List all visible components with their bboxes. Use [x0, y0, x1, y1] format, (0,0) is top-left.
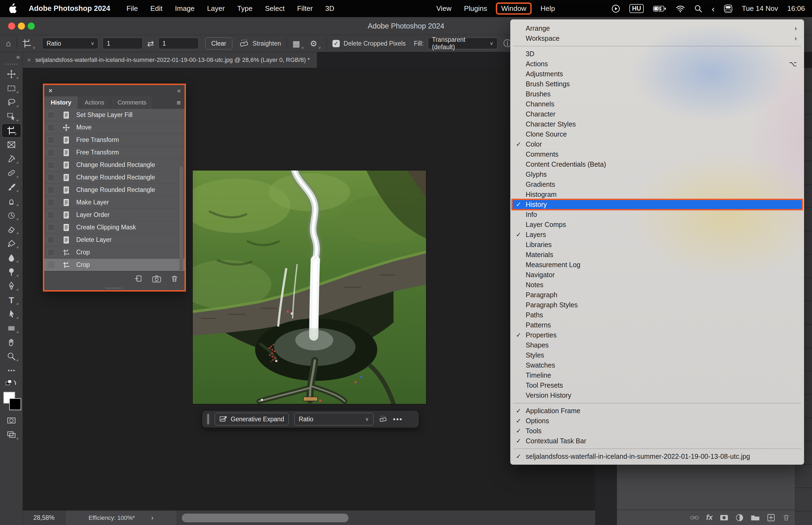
- menu-item-actions[interactable]: Actions⌥: [510, 59, 804, 69]
- history-step[interactable]: Set Shape Layer Fill: [44, 109, 185, 121]
- taskbar-more-options-icon[interactable]: •••: [393, 415, 403, 423]
- background-color-swatch[interactable]: [9, 398, 21, 410]
- efficiency-indicator[interactable]: Efficiency: 100%* ›: [65, 511, 177, 525]
- taskbar-drag-handle[interactable]: [207, 414, 209, 424]
- apple-logo-icon[interactable]: [7, 3, 17, 14]
- add-layer-mask-icon[interactable]: [720, 514, 729, 522]
- battery-icon[interactable]: [653, 5, 667, 12]
- history-source-well[interactable]: [47, 224, 55, 231]
- delete-cropped-pixels-label[interactable]: Delete Cropped Pixels: [343, 40, 406, 47]
- quick-mask-mode-icon[interactable]: [0, 414, 23, 427]
- zoom-tool[interactable]: [0, 349, 23, 363]
- menu-plugins[interactable]: Plugins: [464, 4, 487, 13]
- menu-file[interactable]: File: [126, 4, 138, 13]
- rectangle-tool[interactable]: [0, 321, 23, 335]
- menu-item-options[interactable]: ✓Options: [510, 416, 804, 426]
- brush-tool[interactable]: [0, 180, 23, 194]
- menu-item-channels[interactable]: Channels: [510, 99, 804, 109]
- menu-item-properties[interactable]: ✓Properties: [510, 330, 804, 340]
- menu-item-materials[interactable]: Materials: [510, 250, 804, 260]
- tab-comments[interactable]: Comments: [111, 96, 153, 109]
- menu-item-layers[interactable]: ✓Layers: [510, 230, 804, 240]
- close-tab-icon[interactable]: ×: [27, 56, 31, 64]
- move-tool[interactable]: [0, 67, 23, 81]
- foreground-background-colors[interactable]: [0, 390, 23, 414]
- menu-item-notes[interactable]: Notes: [510, 280, 804, 290]
- straighten-icon[interactable]: [239, 39, 249, 48]
- menu-item-histogram[interactable]: Histogram: [510, 190, 804, 199]
- taskbar-straighten-icon[interactable]: [379, 415, 387, 423]
- history-source-well[interactable]: [47, 186, 55, 194]
- type-tool[interactable]: T: [0, 293, 23, 307]
- menu-item-info[interactable]: Info: [510, 210, 804, 220]
- menu-item-tool-presets[interactable]: Tool Presets: [510, 380, 804, 390]
- close-panel-icon[interactable]: ×: [49, 87, 52, 94]
- menu-item-content-credentials[interactable]: Content Credentials (Beta): [510, 159, 804, 169]
- generative-expand-button[interactable]: Generative Expand: [215, 413, 289, 425]
- straighten-label[interactable]: Straighten: [252, 40, 281, 47]
- home-icon[interactable]: ⌂: [6, 39, 11, 48]
- menu-item-swatches[interactable]: Swatches: [510, 360, 804, 370]
- menu-item-libraries[interactable]: Libraries: [510, 240, 804, 250]
- tools-grip[interactable]: [5, 63, 17, 65]
- new-document-from-state-icon[interactable]: [134, 274, 143, 283]
- history-brush-tool[interactable]: [0, 208, 23, 222]
- tab-actions[interactable]: Actions: [78, 96, 111, 109]
- menu-item-history-highlighted[interactable]: ✓History: [511, 199, 803, 210]
- menu-item-version-history[interactable]: Version History: [510, 390, 804, 401]
- history-step[interactable]: Change Rounded Rectangle: [44, 159, 185, 171]
- menu-help[interactable]: Help: [540, 4, 555, 13]
- menu-item-brushes[interactable]: Brushes: [510, 89, 804, 99]
- history-source-well[interactable]: [47, 249, 55, 256]
- menu-type[interactable]: Type: [237, 4, 252, 13]
- history-source-well[interactable]: [47, 261, 55, 269]
- taskbar-ratio-select[interactable]: Ratio ∨: [294, 413, 373, 425]
- status-expand-icon[interactable]: ›: [151, 514, 154, 522]
- history-step[interactable]: Free Transform: [44, 146, 185, 159]
- history-source-well[interactable]: [47, 111, 55, 119]
- menu-bar-clock[interactable]: 16:06: [787, 4, 805, 13]
- zoom-level-value[interactable]: 28,58%: [23, 514, 65, 522]
- delete-state-trash-icon[interactable]: [170, 275, 179, 283]
- menu-item-contextual-task-bar[interactable]: ✓Contextual Task Bar: [510, 436, 804, 446]
- history-source-well[interactable]: [47, 149, 55, 156]
- history-source-well[interactable]: [47, 162, 55, 168]
- menu-filter[interactable]: Filter: [297, 4, 313, 13]
- history-step[interactable]: Delete Layer: [44, 234, 185, 246]
- menu-item-application-frame[interactable]: ✓Application Frame: [510, 406, 804, 416]
- history-source-well[interactable]: [47, 124, 55, 131]
- menu-item-glyphs[interactable]: Glyphs: [510, 169, 804, 179]
- menu-window[interactable]: Window: [500, 4, 528, 13]
- history-step-selected[interactable]: Crop: [44, 259, 185, 271]
- menu-view[interactable]: View: [436, 4, 451, 13]
- spotlight-search-icon[interactable]: [694, 5, 702, 13]
- history-step[interactable]: Crop: [44, 246, 185, 259]
- layer-effects-icon[interactable]: fx: [706, 513, 713, 522]
- rectangular-marquee-tool[interactable]: [0, 81, 23, 95]
- clone-stamp-tool[interactable]: [0, 194, 23, 208]
- crop-tool-options-icon[interactable]: [22, 39, 31, 48]
- crop-width-input[interactable]: 1: [103, 38, 143, 49]
- crop-settings-gear-icon[interactable]: ⚙: [310, 39, 317, 48]
- menu-item-paths[interactable]: Paths: [510, 310, 804, 320]
- control-center-icon[interactable]: [724, 4, 733, 13]
- eraser-tool[interactable]: [0, 222, 23, 237]
- swap-width-height-icon[interactable]: ⇄: [147, 39, 154, 48]
- menu-item-paragraph-styles[interactable]: Paragraph Styles: [510, 300, 804, 310]
- healing-brush-tool[interactable]: [0, 166, 23, 180]
- lasso-tool[interactable]: [0, 95, 23, 109]
- history-source-well[interactable]: [47, 174, 55, 181]
- path-selection-tool[interactable]: [0, 307, 23, 321]
- panel-resize-grip[interactable]: [44, 286, 185, 290]
- menu-item-open-document[interactable]: ✓seljalandsfoss-waterfall-in-iceland-in-…: [510, 451, 804, 462]
- frame-tool[interactable]: [0, 138, 23, 152]
- object-selection-tool[interactable]: [0, 109, 23, 123]
- crop-overlay-grid-icon[interactable]: ▦: [292, 39, 300, 48]
- menu-item-brush-settings[interactable]: Brush Settings: [510, 79, 804, 89]
- history-source-well[interactable]: [47, 211, 55, 219]
- delete-cropped-pixels-checkbox[interactable]: ✓: [333, 40, 340, 47]
- history-step[interactable]: Change Rounded Rectangle: [44, 171, 185, 184]
- link-layers-icon[interactable]: [690, 514, 699, 522]
- crop-ratio-preset-select[interactable]: Ratio∨: [42, 38, 98, 49]
- history-scrollbar-thumb[interactable]: [179, 166, 183, 271]
